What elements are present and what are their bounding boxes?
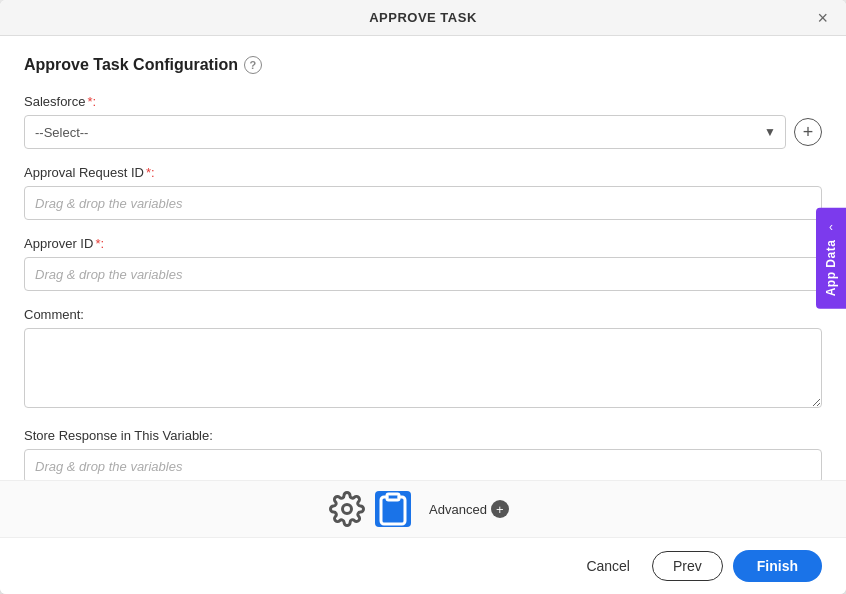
advanced-label: Advanced [429, 502, 487, 517]
section-title-text: Approve Task Configuration [24, 56, 238, 74]
approval-request-id-input[interactable] [24, 186, 822, 220]
app-data-label: App Data [824, 240, 838, 297]
approver-id-field-group: Approver ID*: [24, 236, 822, 291]
store-response-input[interactable] [24, 449, 822, 480]
comment-field-group: Comment: [24, 307, 822, 412]
modal-container: APPROVE TASK × Approve Task Configuratio… [0, 0, 846, 594]
salesforce-label: Salesforce*: [24, 94, 822, 109]
approver-id-input[interactable] [24, 257, 822, 291]
app-data-tab[interactable]: ‹ App Data [816, 208, 846, 309]
store-response-label: Store Response in This Variable: [24, 428, 822, 443]
chevron-left-icon: ‹ [829, 220, 833, 234]
comment-label: Comment: [24, 307, 822, 322]
clipboard-icon-button[interactable] [375, 491, 411, 527]
salesforce-field-group: Salesforce*: --Select-- ▼ + [24, 94, 822, 149]
approval-request-id-label: Approval Request ID*: [24, 165, 822, 180]
prev-button[interactable]: Prev [652, 551, 723, 581]
help-icon[interactable]: ? [244, 56, 262, 74]
approver-id-label: Approver ID*: [24, 236, 822, 251]
salesforce-select[interactable]: --Select-- [24, 115, 786, 149]
comment-textarea[interactable] [24, 328, 822, 408]
salesforce-select-container: --Select-- ▼ [24, 115, 786, 149]
advanced-button[interactable]: Advanced + [421, 496, 517, 522]
modal-body: Approve Task Configuration ? Salesforce*… [0, 36, 846, 480]
close-button[interactable]: × [811, 7, 834, 29]
modal-footer-tools: Advanced + [0, 480, 846, 537]
modal-title: APPROVE TASK [369, 10, 477, 25]
gear-icon-button[interactable] [329, 491, 365, 527]
advanced-plus-icon: + [491, 500, 509, 518]
finish-button[interactable]: Finish [733, 550, 822, 582]
modal-footer-actions: Cancel Prev Finish [0, 537, 846, 594]
svg-rect-1 [387, 494, 399, 500]
svg-point-0 [343, 505, 352, 514]
salesforce-select-wrapper: --Select-- ▼ + [24, 115, 822, 149]
store-response-field-group: Store Response in This Variable: [24, 428, 822, 480]
section-title-container: Approve Task Configuration ? [24, 56, 822, 74]
modal-title-bar: APPROVE TASK × [0, 0, 846, 36]
cancel-button[interactable]: Cancel [574, 552, 642, 580]
add-salesforce-button[interactable]: + [794, 118, 822, 146]
approval-request-id-field-group: Approval Request ID*: [24, 165, 822, 220]
